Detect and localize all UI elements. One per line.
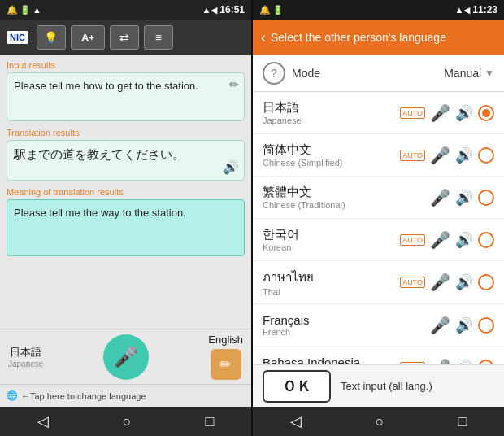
translation-section: Translation results 駅までの道を教えてください。 🔊 [7,128,245,181]
meaning-section: Meaning of translation results Please te… [7,187,245,256]
status2-notification: 🔔 [259,5,271,15]
lang-item-text: 简体中文 Chinese (Simplified) [263,142,400,168]
translation-label: Translation results [7,128,245,137]
lang-item-text: 한국어 Korean [263,227,400,252]
input-label: Input results [7,60,245,70]
status-time-2: 11:23 [472,4,497,15]
mode-icon: ? [263,62,285,85]
speaker-icon[interactable]: 🔊 [455,231,473,249]
radio-button[interactable] [478,105,494,121]
language-list: 日本語 Japanese AUTO 🎤 🔊 简体中文 Chinese (Simp… [253,92,504,364]
language-item[interactable]: Bahasa Indonesia Indonesian AUTO 🎤 🔊 [253,347,504,364]
language-item[interactable]: Français French 🎤 🔊 [253,304,504,347]
change-lang-bar[interactable]: 🌐 ←Tap here to change language [0,384,251,407]
menu-button[interactable]: ≡ [144,25,173,50]
mic-icon[interactable]: 🎤 [430,230,450,250]
action-bar: ＯＫ Text input (all lang.) [253,364,504,407]
translation-box: 駅までの道を教えてください。 🔊 [7,140,245,181]
auto-badge: AUTO [400,234,425,246]
back-arrow-icon[interactable]: ‹ [261,29,266,46]
left-lang-button[interactable]: 日本語 Japanese [8,345,43,368]
mic-icon[interactable]: 🎤 [430,146,450,165]
mic-icon[interactable]: 🎤 [430,316,450,335]
phone-1: 🔔 🔋 ▲ ▲◀ 16:51 NIC 💡 A+ ⇄ ≡ Input result… [0,0,251,436]
mic-icon[interactable]: 🎤 [430,188,450,207]
speaker-icon[interactable]: 🔊 [455,316,473,334]
auto-badge: AUTO [400,107,425,119]
lang-controls: AUTO 🎤 🔊 [400,272,494,292]
language-item[interactable]: 简体中文 Chinese (Simplified) AUTO 🎤 🔊 [253,134,504,177]
swap-button[interactable]: ⇄ [110,25,139,50]
phone2-header: ‹ Select the other person's language [253,20,504,55]
lang-sub: Chinese (Simplified) [263,158,400,168]
recents-nav-button[interactable]: □ [206,413,215,430]
lang-controls: 🎤 🔊 [430,316,494,335]
mode-row[interactable]: ? Mode Manual ▼ [253,55,504,92]
language-item[interactable]: 繁體中文 Chinese (Traditional) 🎤 🔊 [253,177,504,219]
ok-button[interactable]: ＯＫ [263,370,331,403]
bottom-bar: 日本語 Japanese 🎤 English ✏ [0,329,251,384]
input-section: Input results Please tell me how to get … [7,60,245,121]
recents-nav-button-2[interactable]: □ [458,413,467,430]
lang-item-text: Français French [263,313,430,337]
speaker-icon[interactable]: 🔊 [455,273,473,291]
lang-name: 日本語 [263,100,400,116]
nav-bar-2: ◁ ○ □ [253,407,504,436]
back-nav-button-2[interactable]: ◁ [290,412,302,430]
left-lang-name: 日本語 [10,345,41,360]
globe-icon: 🌐 [7,390,18,401]
lang-name: Bahasa Indonesia [263,355,400,364]
radio-button[interactable] [478,147,494,164]
phone1-content: Input results Please tell me how to get … [0,55,251,407]
lang-controls: AUTO 🎤 🔊 [400,230,494,250]
radio-button[interactable] [478,190,494,206]
phone2-title: Select the other person's language [271,31,446,44]
language-item[interactable]: ภาษาไทย Thai AUTO 🎤 🔊 [253,261,504,304]
speaker-icon[interactable]: 🔊 [455,146,473,164]
mode-arrow-icon: ▼ [484,68,494,79]
radio-button[interactable] [478,232,494,248]
auto-badge: AUTO [400,150,425,161]
phone-2: 🔔 🔋 ▲◀ 11:23 ‹ Select the other person's… [253,0,504,436]
radio-button[interactable] [478,317,494,334]
font-size-button[interactable]: A+ [71,25,105,50]
input-box: Please tell me how to get to the station… [7,72,245,121]
speaker-icon[interactable]: 🔊 [455,104,473,122]
edit-icon[interactable]: ✏ [229,78,239,91]
lang-sub: Thai [263,287,400,297]
home-nav-button-2[interactable]: ○ [376,413,385,430]
language-item[interactable]: 한국어 Korean AUTO 🎤 🔊 [253,219,504,261]
speaker-icon[interactable]: 🔊 [223,159,239,175]
lang-name: ภาษาไทย [263,268,400,287]
lang-sub: Chinese (Traditional) [263,200,430,210]
left-lang-sub: Japanese [8,360,43,368]
speaker-icon[interactable]: 🔊 [455,359,473,365]
phone2-content: ? Mode Manual ▼ 日本語 Japanese AUTO 🎤 🔊 简体… [253,55,504,407]
mic-icon[interactable]: 🎤 [430,103,450,123]
mic-button[interactable]: 🎤 [103,334,149,380]
mic-icon[interactable]: 🎤 [430,272,450,292]
meaning-text: Please tell me the way to the station. [14,207,186,219]
status-time-1: 16:51 [219,4,245,15]
status2-signal: ▲◀ [454,5,470,15]
edit-button[interactable]: ✏ [211,349,241,380]
text-input-label: Text input (all lang.) [341,380,432,392]
lang-sub: Japanese [263,116,400,125]
radio-button[interactable] [478,274,494,290]
language-item[interactable]: 日本語 Japanese AUTO 🎤 🔊 [253,92,504,134]
lang-name: 한국어 [263,227,400,242]
mode-label: Mode [292,67,444,80]
right-lang-name: English [208,334,243,346]
lang-sub: Korean [263,242,400,252]
speaker-icon[interactable]: 🔊 [455,189,473,207]
status-notification: 🔔 [7,5,18,15]
status2-battery: 🔋 [272,5,284,15]
hint-button[interactable]: 💡 [37,25,66,50]
auto-badge: AUTO [400,277,425,288]
status-bar-1: 🔔 🔋 ▲ ▲◀ 16:51 [0,0,251,20]
home-nav-button[interactable]: ○ [123,413,132,430]
back-nav-button[interactable]: ◁ [37,412,49,430]
nic-logo: NIC [7,31,28,44]
mic-icon[interactable]: 🎤 [430,358,450,365]
status-signal: ▲ [33,5,41,15]
